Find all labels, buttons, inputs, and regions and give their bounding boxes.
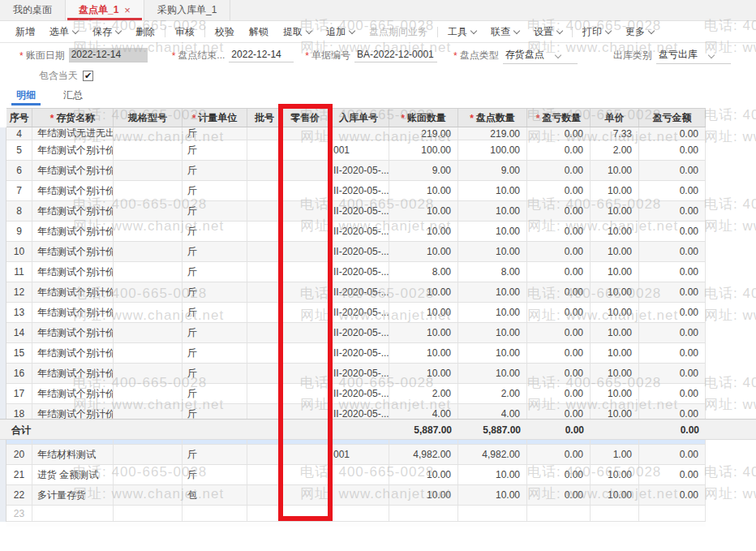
- cell-inbound[interactable]: II-2020-05-...: [329, 303, 389, 322]
- toolbar-button-提取[interactable]: 提取: [276, 25, 319, 39]
- cell-diff[interactable]: 0.00: [527, 303, 591, 322]
- cell-price[interactable]: 2.00: [591, 140, 639, 160]
- table-row-12[interactable]: 12年结测试个别计价斤II-2020-05-...10.0010.000.001…: [6, 282, 706, 303]
- cell-book[interactable]: 10.00: [389, 242, 458, 261]
- cell-count[interactable]: 9.00: [458, 161, 527, 180]
- cell-spec[interactable]: [114, 282, 183, 302]
- cell-count[interactable]: 100.00: [458, 140, 527, 160]
- cell-amount[interactable]: 0.00: [639, 262, 706, 282]
- cell-name[interactable]: 年结测试个别计价: [32, 343, 114, 363]
- table-row-5[interactable]: 5年结测试个别计价斤001100.00100.000.002.000.00: [6, 140, 706, 161]
- cell-retail[interactable]: [282, 465, 329, 484]
- cell-count[interactable]: [458, 506, 527, 521]
- cell-unit[interactable]: 斤: [183, 262, 247, 282]
- cell-diff[interactable]: 0.00: [527, 445, 591, 464]
- cell-amount[interactable]: 0.00: [639, 161, 706, 180]
- cell-spec[interactable]: [114, 181, 183, 200]
- cell-spec[interactable]: [114, 242, 183, 261]
- cell-spec[interactable]: [114, 506, 183, 521]
- field-value-input[interactable]: 2022-12-14: [229, 48, 294, 62]
- cell-unit[interactable]: 斤: [183, 445, 247, 464]
- cell-inbound[interactable]: II-2020-05-...: [329, 323, 389, 342]
- cell-spec[interactable]: [114, 161, 183, 180]
- cell-book[interactable]: 9.00: [389, 161, 458, 180]
- cell-batch[interactable]: [247, 445, 282, 464]
- cell-book[interactable]: 4,982.00: [389, 445, 458, 464]
- table-row-16[interactable]: 16年结测试个别计价斤II-2020-05-...10.0010.000.001…: [6, 364, 706, 384]
- cell-retail[interactable]: [282, 343, 329, 363]
- cell-diff[interactable]: 0.00: [527, 282, 591, 302]
- cell-retail[interactable]: [282, 384, 329, 403]
- cell-price[interactable]: 10.00: [591, 222, 639, 241]
- table-row-15[interactable]: 15年结测试个别计价斤II-2020-05-...10.0010.000.001…: [6, 343, 706, 364]
- table-row-10[interactable]: 10年结测试个别计价斤II-2020-05-...10.0010.000.001…: [6, 242, 706, 262]
- cell-price[interactable]: 7.33: [591, 127, 639, 140]
- cell-retail[interactable]: [282, 140, 329, 160]
- cell-batch[interactable]: [247, 303, 282, 322]
- tab-明细[interactable]: 明细: [11, 84, 41, 105]
- cell-name[interactable]: 年结测试个别计价: [32, 181, 114, 200]
- cell-price[interactable]: 1.00: [591, 445, 639, 464]
- cell-name[interactable]: 年结测试个别计价: [32, 384, 114, 403]
- cell-spec[interactable]: [114, 485, 183, 505]
- cell-count[interactable]: 10.00: [458, 364, 527, 383]
- cell-book[interactable]: 10.00: [389, 485, 458, 505]
- cell-price[interactable]: 10.00: [591, 485, 639, 505]
- toolbar-button-解锁[interactable]: 解锁: [242, 25, 276, 39]
- cell-batch[interactable]: [247, 201, 282, 221]
- cell-batch[interactable]: [247, 364, 282, 383]
- cell-amount[interactable]: 0.00: [639, 445, 706, 464]
- toolbar-button-保存[interactable]: 保存: [85, 25, 128, 39]
- toolbar-button-校验[interactable]: 校验: [208, 25, 242, 39]
- cell-retail[interactable]: [282, 303, 329, 322]
- cell-name[interactable]: 多计量存货: [32, 485, 114, 505]
- cell-inbound[interactable]: II-2020-05-...: [329, 384, 389, 403]
- cell-count[interactable]: 8.00: [458, 262, 527, 282]
- cell-name[interactable]: [32, 506, 114, 521]
- cell-count[interactable]: 10.00: [458, 323, 527, 342]
- cell-name[interactable]: 年结测试个别计价: [32, 282, 114, 302]
- table-row-11[interactable]: 11年结测试个别计价斤II-2020-05-...8.008.000.0010.…: [6, 262, 706, 282]
- cell-inbound[interactable]: II-2020-05-...: [329, 201, 389, 221]
- cell-price[interactable]: 10.00: [591, 282, 639, 302]
- cell-num[interactable]: 17: [6, 384, 32, 403]
- cell-price[interactable]: 10.00: [591, 364, 639, 383]
- cell-name[interactable]: 年结测试个别计价: [32, 242, 114, 261]
- cell-unit[interactable]: 斤: [183, 282, 247, 302]
- cell-spec[interactable]: [114, 127, 183, 140]
- cell-unit[interactable]: 斤: [183, 201, 247, 221]
- cell-spec[interactable]: [114, 222, 183, 241]
- cell-count[interactable]: 4,982.00: [458, 445, 527, 464]
- table-row-14[interactable]: 14年结测试个别计价斤II-2020-05-...10.0010.000.001…: [6, 323, 706, 343]
- cell-price[interactable]: 10.00: [591, 242, 639, 261]
- cell-book[interactable]: [389, 506, 458, 521]
- cell-book[interactable]: 10.00: [389, 364, 458, 383]
- cell-amount[interactable]: 0.00: [639, 384, 706, 403]
- cell-amount[interactable]: 0.00: [639, 364, 706, 383]
- table-row-blank[interactable]: 23: [6, 506, 706, 522]
- cell-retail[interactable]: [282, 323, 329, 342]
- cell-diff[interactable]: 0.00: [527, 181, 591, 200]
- cell-name[interactable]: 年结测试个别计价: [32, 140, 114, 160]
- cell-amount[interactable]: 0.00: [639, 282, 706, 302]
- table-row-4[interactable]: 4年结测试无进无出斤219.00219.000.007.330.00: [6, 127, 706, 140]
- cell-amount[interactable]: 0.00: [639, 181, 706, 200]
- cell-price[interactable]: 10.00: [591, 465, 639, 484]
- cell-count[interactable]: 10.00: [458, 181, 527, 200]
- cell-batch[interactable]: [247, 323, 282, 342]
- cell-batch[interactable]: [247, 282, 282, 302]
- cell-retail[interactable]: [282, 201, 329, 221]
- table-row-22[interactable]: 22多计量存货包10.0010.000.0010.000.00: [6, 485, 706, 506]
- cell-count[interactable]: 10.00: [458, 201, 527, 221]
- cell-unit[interactable]: 包: [183, 485, 247, 505]
- cell-unit[interactable]: [183, 506, 247, 521]
- cell-diff[interactable]: 0.00: [527, 242, 591, 261]
- cell-book[interactable]: 10.00: [389, 201, 458, 221]
- cell-diff[interactable]: 0.00: [527, 222, 591, 241]
- cell-num[interactable]: 14: [6, 323, 32, 342]
- cell-retail[interactable]: [282, 282, 329, 302]
- cell-count[interactable]: 10.00: [458, 485, 527, 505]
- cell-inbound[interactable]: II-2020-05-...: [329, 282, 389, 302]
- cell-num[interactable]: 22: [6, 485, 32, 505]
- cell-inbound[interactable]: [329, 506, 389, 521]
